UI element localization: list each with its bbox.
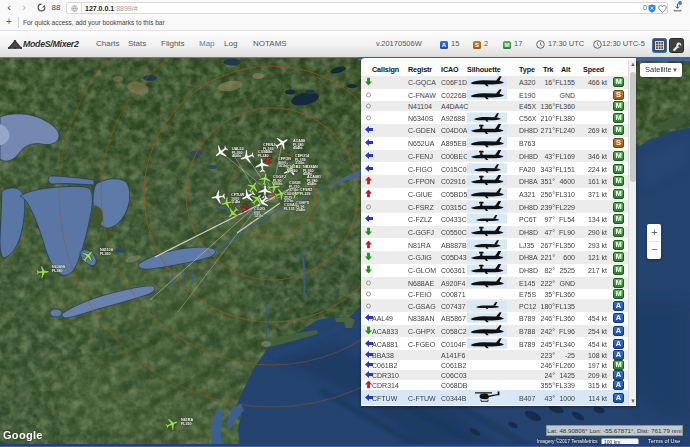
svg-text:254kt: 254kt [296,208,306,212]
svg-text:FL260: FL260 [287,169,298,173]
svg-text:114kt: 114kt [231,200,241,204]
svg-text:FL380: FL380 [52,269,63,273]
svg-text:290kt: 290kt [273,182,283,186]
svg-text:FL360: FL360 [100,252,111,256]
svg-text:346kt: 346kt [263,150,273,154]
svg-text:FL135: FL135 [284,207,295,211]
svg-text:FL229: FL229 [300,192,311,196]
svg-text:121kt: 121kt [254,214,264,218]
svg-text:FL350: FL350 [181,422,192,426]
svg-text:466kt: 466kt [232,154,242,158]
svg-text:454kt: 454kt [307,182,317,186]
svg-text:454kt: 454kt [293,146,303,150]
